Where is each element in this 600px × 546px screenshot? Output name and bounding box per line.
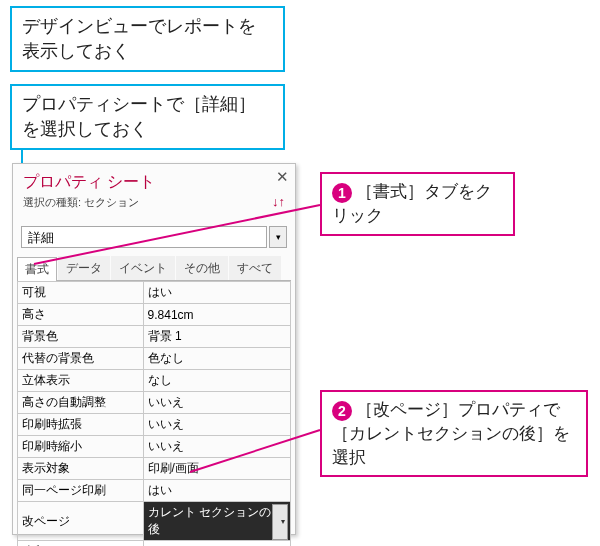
property-row[interactable]: 高さ9.841cm xyxy=(18,304,291,326)
callout-2-number: 2 xyxy=(332,401,352,421)
chevron-down-icon[interactable]: ▾ xyxy=(281,517,285,526)
property-value[interactable]: はい xyxy=(143,282,290,304)
callout-2-text: ［改ページ］プロパティで［カレントセクションの後］を選択 xyxy=(332,400,570,467)
instruction-text-1: デザインビューでレポートを表示しておく xyxy=(22,16,256,61)
property-value[interactable]: いいえ xyxy=(143,392,290,414)
tab-イベント[interactable]: イベント xyxy=(111,256,175,280)
property-name: 可視 xyxy=(18,282,144,304)
property-row[interactable]: 印刷時拡張いいえ xyxy=(18,414,291,436)
property-name: 印刷時縮小 xyxy=(18,436,144,458)
property-value[interactable]: なし xyxy=(143,370,290,392)
callout-1: 1［書式］タブをクリック xyxy=(320,172,515,236)
property-row[interactable]: 印刷時縮小いいえ xyxy=(18,436,291,458)
property-name: 表示対象 xyxy=(18,458,144,480)
property-row[interactable]: 表示対象印刷/画面 xyxy=(18,458,291,480)
instruction-box-1: デザインビューでレポートを表示しておく xyxy=(10,6,285,72)
property-value[interactable]: しない xyxy=(143,541,290,547)
property-value[interactable]: 9.841cm xyxy=(143,304,290,326)
property-row[interactable]: 同一ページ印刷はい xyxy=(18,480,291,502)
property-row[interactable]: 可視はい xyxy=(18,282,291,304)
property-value[interactable]: 色なし xyxy=(143,348,290,370)
property-value[interactable]: はい xyxy=(143,480,290,502)
panel-subtitle: 選択の種類: セクション xyxy=(13,193,295,214)
property-name: 改ページ xyxy=(18,502,144,541)
property-value[interactable]: 背景 1 xyxy=(143,326,290,348)
property-name: 背景色 xyxy=(18,326,144,348)
property-value[interactable]: いいえ xyxy=(143,414,290,436)
property-row[interactable]: 改ページカレント セクションの後▾ xyxy=(18,502,291,541)
tab-その他[interactable]: その他 xyxy=(176,256,228,280)
instruction-text-2: プロパティシートで［詳細］を選択しておく xyxy=(22,94,256,139)
chevron-down-icon[interactable]: ▾ xyxy=(269,226,287,248)
callout-2: 2［改ページ］プロパティで［カレントセクションの後］を選択 xyxy=(320,390,588,477)
tab-データ[interactable]: データ xyxy=(58,256,110,280)
property-row[interactable]: 背景色背景 1 xyxy=(18,326,291,348)
callout-1-number: 1 xyxy=(332,183,352,203)
property-row[interactable]: 代替の背景色色なし xyxy=(18,348,291,370)
tab-すべて[interactable]: すべて xyxy=(229,256,281,280)
selection-dropdown[interactable]: 詳細 ▾ xyxy=(21,226,287,248)
property-name: 立体表示 xyxy=(18,370,144,392)
callout-1-text: ［書式］タブをクリック xyxy=(332,182,492,225)
tab-bar: 書式データイベントその他すべて xyxy=(17,256,291,281)
close-icon[interactable]: ✕ xyxy=(276,168,289,186)
property-row[interactable]: 高さの自動調整いいえ xyxy=(18,392,291,414)
property-name: 代替の背景色 xyxy=(18,348,144,370)
property-table: 可視はい高さ9.841cm背景色背景 1代替の背景色色なし立体表示なし高さの自動… xyxy=(17,281,291,546)
instruction-box-2: プロパティシートで［詳細］を選択しておく xyxy=(10,84,285,150)
property-value[interactable]: カレント セクションの後▾ xyxy=(143,502,290,541)
property-name: 改段 xyxy=(18,541,144,547)
panel-title: プロパティ シート xyxy=(13,164,295,193)
sort-icon[interactable]: ↓↑ xyxy=(272,194,285,209)
property-name: 同一ページ印刷 xyxy=(18,480,144,502)
property-name: 高さ xyxy=(18,304,144,326)
property-row[interactable]: 立体表示なし xyxy=(18,370,291,392)
property-row[interactable]: 改段しない xyxy=(18,541,291,547)
property-value[interactable]: 印刷/画面 xyxy=(143,458,290,480)
property-name: 印刷時拡張 xyxy=(18,414,144,436)
selection-value: 詳細 xyxy=(21,226,267,248)
tab-書式[interactable]: 書式 xyxy=(17,257,57,281)
property-name: 高さの自動調整 xyxy=(18,392,144,414)
property-sheet-panel: ✕ プロパティ シート 選択の種類: セクション ↓↑ 詳細 ▾ 書式データイベ… xyxy=(12,163,296,535)
property-value[interactable]: いいえ xyxy=(143,436,290,458)
